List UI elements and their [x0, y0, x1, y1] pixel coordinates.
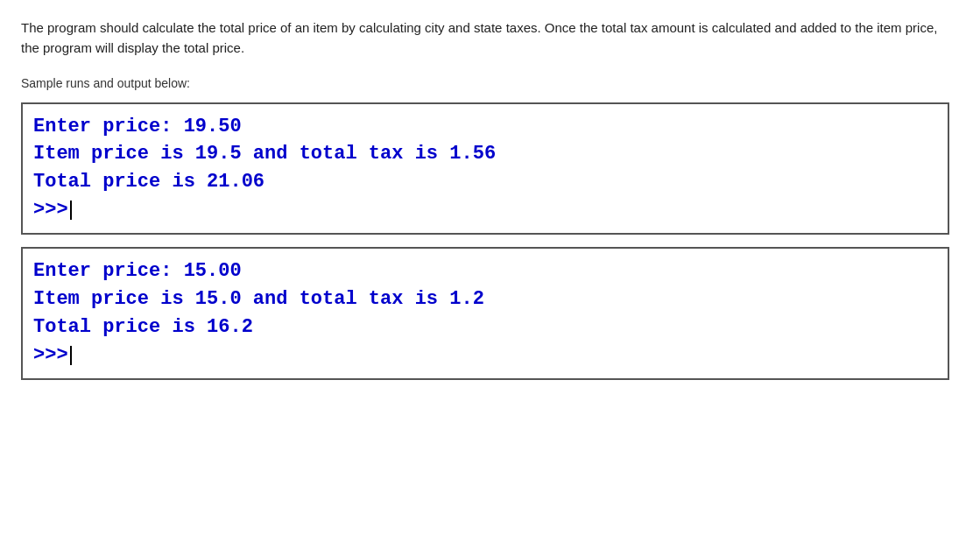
terminal-box-1: Enter price: 19.50 Item price is 19.5 an… [21, 102, 949, 236]
terminal1-line3: Total price is 21.06 [33, 168, 937, 196]
description-text: The program should calculate the total p… [21, 18, 949, 59]
terminal2-cursor [70, 346, 72, 365]
terminal2-line3: Total price is 16.2 [33, 313, 937, 341]
terminal1-prompt-text: >>> [33, 196, 68, 224]
terminal2-prompt-text: >>> [33, 341, 68, 369]
terminal1-line2: Item price is 19.5 and total tax is 1.56 [33, 140, 937, 168]
terminal1-cursor [70, 201, 72, 220]
terminal2-prompt: >>> [33, 341, 937, 369]
terminal1-prompt: >>> [33, 196, 937, 224]
terminal-box-2: Enter price: 15.00 Item price is 15.0 an… [21, 247, 949, 380]
terminal1-line1: Enter price: 19.50 [33, 113, 937, 141]
sample-label: Sample runs and output below: [21, 76, 959, 90]
terminal2-line1: Enter price: 15.00 [33, 257, 937, 285]
terminal2-line2: Item price is 15.0 and total tax is 1.2 [33, 285, 937, 313]
